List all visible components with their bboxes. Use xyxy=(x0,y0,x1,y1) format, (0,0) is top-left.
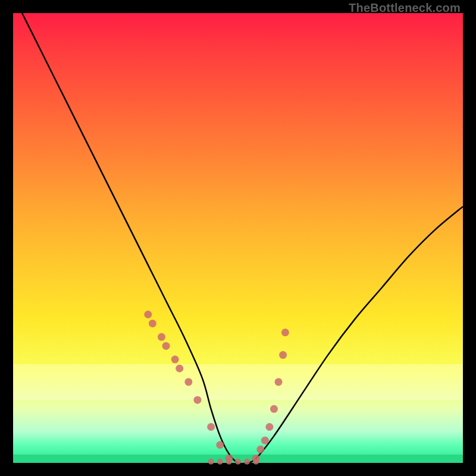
marker-dot xyxy=(216,441,224,449)
optimal-dot xyxy=(217,459,223,465)
marker-dot xyxy=(275,378,283,386)
bottleneck-curve xyxy=(22,13,463,464)
chart-frame: TheBottleneck.com xyxy=(0,0,476,476)
optimal-dot xyxy=(226,459,232,465)
marker-dot xyxy=(265,423,273,431)
marker-dot xyxy=(207,423,215,431)
marker-dot xyxy=(193,396,201,404)
marker-dot xyxy=(184,378,192,386)
marker-dot xyxy=(149,320,156,327)
marker-dot xyxy=(270,405,278,413)
optimal-dot xyxy=(244,459,250,465)
highlight-markers xyxy=(144,311,289,462)
optimal-dot xyxy=(253,459,259,465)
marker-dot xyxy=(144,311,152,318)
marker-dot xyxy=(281,328,289,336)
marker-dot xyxy=(261,437,269,444)
marker-dot xyxy=(256,446,264,453)
marker-dot xyxy=(171,356,179,364)
marker-dot xyxy=(279,351,287,359)
optimal-dot xyxy=(208,459,214,465)
marker-dot xyxy=(158,333,165,341)
marker-dot xyxy=(176,365,183,372)
curve-svg xyxy=(13,13,463,463)
optimal-dot xyxy=(235,459,241,465)
marker-dot xyxy=(162,342,170,350)
